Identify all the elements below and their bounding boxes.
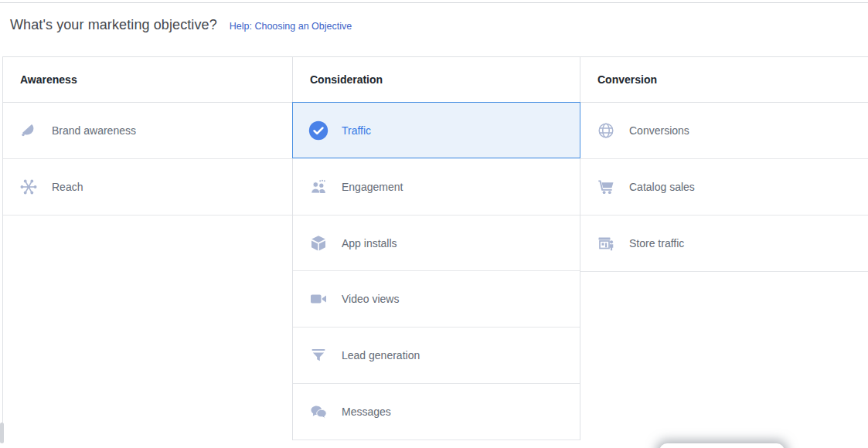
objective-brand-awareness[interactable]: Brand awareness: [3, 103, 292, 159]
column-header-consideration: Consideration: [293, 57, 580, 103]
objective-label: Store traffic: [629, 237, 684, 249]
objective-video-views[interactable]: Video views: [293, 271, 580, 328]
megaphone-icon: [19, 120, 39, 141]
objective-label: Conversions: [629, 124, 689, 137]
globe-icon: [596, 120, 616, 141]
chat-bubbles-icon: [308, 402, 328, 422]
people-icon: [308, 177, 328, 197]
objective-label: Traffic: [342, 124, 371, 137]
objective-engagement[interactable]: Engagement: [293, 159, 580, 216]
page-title: What's your marketing objective?: [10, 17, 217, 33]
column-conversion: Conversion Conversions: [580, 57, 868, 440]
funnel-icon: [308, 345, 328, 365]
cart-icon: [596, 177, 616, 197]
objectives-table: Awareness Brand awareness: [2, 56, 868, 440]
reach-icon: [19, 177, 39, 197]
objective-label: Catalog sales: [629, 181, 695, 193]
objective-label: Engagement: [342, 181, 403, 193]
column-header-conversion: Conversion: [580, 57, 868, 103]
offscreen-element-shadow: [659, 443, 785, 448]
objective-label: Messages: [342, 406, 391, 418]
objective-app-installs[interactable]: App installs: [293, 216, 580, 272]
column-consideration: Consideration Traffic: [292, 57, 580, 440]
column-awareness: Awareness Brand awareness: [3, 57, 292, 440]
window-top-border: [0, 2, 868, 3]
objective-conversions[interactable]: Conversions: [580, 103, 868, 159]
objective-store-traffic[interactable]: Store traffic: [580, 216, 868, 272]
cube-icon: [308, 233, 328, 253]
check-circle-icon: [308, 120, 328, 141]
help-link[interactable]: Help: Choosing an Objective: [230, 21, 352, 32]
objective-messages[interactable]: Messages: [293, 384, 580, 440]
objective-traffic[interactable]: Traffic: [293, 103, 580, 159]
page-header: What's your marketing objective? Help: C…: [10, 17, 352, 33]
objective-lead-generation[interactable]: Lead generation: [293, 328, 580, 384]
storefront-icon: [596, 233, 616, 253]
objective-label: Lead generation: [342, 349, 420, 361]
objective-catalog-sales[interactable]: Catalog sales: [580, 159, 868, 216]
column-header-awareness: Awareness: [3, 57, 292, 103]
objective-label: Reach: [52, 181, 83, 193]
video-camera-icon: [308, 289, 328, 309]
objective-label: App installs: [342, 237, 397, 249]
objective-label: Brand awareness: [52, 124, 136, 137]
objective-reach[interactable]: Reach: [3, 159, 292, 216]
objective-label: Video views: [342, 293, 399, 305]
scrollbar-thumb-fragment[interactable]: [0, 423, 4, 443]
